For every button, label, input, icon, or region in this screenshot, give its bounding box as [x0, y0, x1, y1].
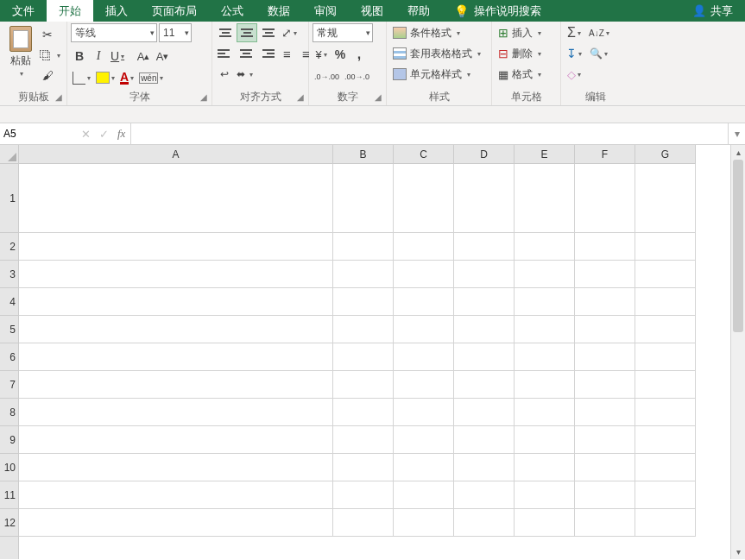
increase-decimal-button[interactable] [313, 66, 341, 85]
format-cells-button[interactable]: 格式▾ [496, 65, 544, 84]
wrap-text-button[interactable] [216, 65, 233, 84]
number-dialog-launcher[interactable]: ◢ [372, 91, 384, 104]
delete-cells-button[interactable]: 删除▾ [496, 44, 544, 63]
font-color-button[interactable]: A▾ [118, 68, 136, 87]
underline-button[interactable]: U▾ [109, 47, 126, 66]
italic-button[interactable]: I [90, 47, 107, 66]
row-header-2[interactable]: 2 [0, 233, 18, 261]
table-format-icon [393, 47, 407, 60]
font-dialog-launcher[interactable]: ◢ [198, 91, 210, 104]
orientation-button[interactable]: ▾ [280, 23, 299, 42]
tab-formulas[interactable]: 公式 [209, 0, 256, 22]
font-color-icon: A [120, 72, 129, 85]
tell-me-search[interactable]: 💡 操作说明搜索 [442, 0, 553, 22]
decrease-indent-button[interactable] [278, 44, 295, 63]
formula-input[interactable] [131, 123, 728, 144]
phonetic-button[interactable]: wén▾ [137, 68, 165, 87]
column-header-C[interactable]: C [394, 145, 454, 163]
accounting-format-button[interactable]: ▾ [313, 45, 330, 64]
align-middle-button[interactable] [237, 23, 257, 42]
format-painter-button[interactable] [38, 66, 62, 85]
tab-insert[interactable]: 插入 [93, 0, 140, 22]
align-top-button[interactable] [216, 23, 235, 42]
insert-cells-button[interactable]: 插入▾ [496, 23, 544, 42]
font-name-combo[interactable]: 等线▾ [71, 23, 157, 42]
row-header-5[interactable]: 5 [0, 316, 18, 343]
row-header-9[interactable]: 9 [0, 426, 18, 454]
tab-page-layout[interactable]: 页面布局 [140, 0, 209, 22]
enter-formula-button[interactable]: ✓ [99, 128, 109, 141]
row-header-11[interactable]: 11 [0, 481, 18, 509]
row-header-10[interactable]: 10 [0, 454, 18, 481]
column-header-F[interactable]: F [575, 145, 635, 163]
cell-area[interactable] [19, 164, 730, 559]
font-size-combo[interactable]: 11▾ [159, 23, 192, 42]
select-all-button[interactable] [0, 145, 19, 164]
paste-label: 粘贴 [10, 53, 31, 68]
column-header-A[interactable]: A [19, 145, 333, 163]
group-alignment: ▾ ▾ 对齐方式 ◢ [212, 22, 309, 105]
currency-icon [315, 48, 321, 61]
number-format-value: 常规 [317, 26, 338, 41]
scroll-up-button[interactable]: ▴ [731, 145, 745, 160]
brush-icon [42, 69, 58, 83]
number-format-combo[interactable]: 常规▾ [313, 23, 373, 42]
percent-button[interactable] [331, 45, 349, 64]
row-header-3[interactable]: 3 [0, 261, 18, 288]
sort-filter-button[interactable]: ▾ [587, 23, 611, 42]
align-center-button[interactable] [237, 44, 256, 63]
scroll-down-button[interactable]: ▾ [731, 544, 745, 559]
cancel-formula-button[interactable]: ✕ [81, 128, 91, 141]
column-header-G[interactable]: G [635, 145, 696, 163]
insert-function-button[interactable]: fx [117, 127, 125, 141]
copy-button[interactable]: ▾ [38, 46, 62, 65]
find-select-button[interactable]: ▾ [587, 44, 611, 63]
align-left-button[interactable] [216, 44, 235, 63]
increase-font-button[interactable]: A▴ [135, 47, 152, 66]
outdent-icon [283, 47, 290, 61]
row-header-8[interactable]: 8 [0, 399, 18, 426]
tab-home[interactable]: 开始 [47, 0, 93, 22]
column-header-D[interactable]: D [454, 145, 515, 163]
conditional-format-button[interactable]: 条件格式▾ [390, 23, 463, 42]
row-header-7[interactable]: 7 [0, 371, 18, 399]
format-as-table-button[interactable]: 套用表格格式▾ [390, 44, 483, 63]
scroll-thumb[interactable] [733, 160, 743, 332]
cell-style-icon [393, 68, 407, 80]
group-label-styles: 样式 [390, 90, 488, 105]
tab-review[interactable]: 审阅 [302, 0, 349, 22]
align-bottom-button[interactable] [259, 23, 278, 42]
fill-color-button[interactable]: ▾ [94, 68, 117, 87]
paste-button[interactable]: 粘贴 ▾ [3, 23, 38, 80]
alignment-dialog-launcher[interactable]: ◢ [294, 91, 306, 104]
row-header-12[interactable]: 12 [0, 509, 18, 537]
cell-styles-button[interactable]: 单元格样式▾ [390, 65, 473, 84]
row-header-1[interactable]: 1 [0, 164, 18, 233]
column-headers: A B C D E F G [19, 145, 696, 164]
expand-formula-bar[interactable]: ▾ [728, 123, 745, 144]
tab-data[interactable]: 数据 [256, 0, 302, 22]
column-header-B[interactable]: B [333, 145, 394, 163]
align-right-button[interactable] [257, 44, 276, 63]
font-size-value: 11 [163, 27, 174, 39]
row-header-4[interactable]: 4 [0, 288, 18, 316]
tab-file[interactable]: 文件 [0, 0, 47, 22]
merge-center-button[interactable]: ▾ [235, 65, 255, 84]
decrease-font-button[interactable]: A▾ [154, 47, 171, 66]
vertical-scrollbar[interactable]: ▴ ▾ [730, 145, 745, 559]
decrease-decimal-button[interactable] [343, 66, 371, 85]
clipboard-dialog-launcher[interactable]: ◢ [53, 91, 65, 104]
cut-button[interactable] [38, 25, 62, 44]
tab-view[interactable]: 视图 [349, 0, 395, 22]
autosum-button[interactable]: ▾ [565, 23, 584, 42]
borders-button[interactable]: ▾ [71, 68, 92, 87]
comma-button[interactable] [350, 45, 368, 64]
bold-button[interactable]: B [71, 47, 88, 66]
row-header-6[interactable]: 6 [0, 343, 18, 371]
share-button[interactable]: 👤 共享 [680, 0, 745, 22]
group-styles: 条件格式▾ 套用表格格式▾ 单元格样式▾ 样式 [387, 22, 492, 105]
clear-button[interactable]: ▾ [565, 65, 584, 84]
tab-help[interactable]: 帮助 [395, 0, 442, 22]
fill-button[interactable]: ▾ [565, 44, 584, 63]
column-header-E[interactable]: E [515, 145, 575, 163]
